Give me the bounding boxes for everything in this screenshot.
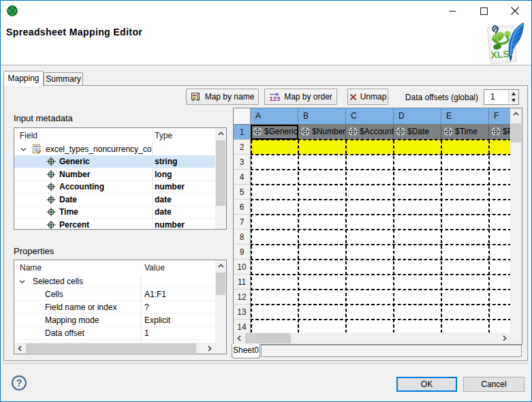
properties-vertical-scrollbar[interactable] — [215, 260, 226, 343]
tab-mapping[interactable]: Mapping — [3, 71, 44, 86]
column-header-label: E — [446, 111, 452, 121]
column-header-e[interactable]: E — [441, 108, 489, 125]
minimize-button[interactable] — [437, 1, 467, 21]
dashed-grid-line-v — [488, 140, 490, 333]
scroll-up-button[interactable] — [215, 128, 226, 140]
row-header-14[interactable]: 14 — [234, 320, 251, 333]
scrollbar-corner — [215, 343, 226, 354]
metadata-row[interactable]: Timedate — [14, 206, 215, 219]
property-row[interactable]: Mapping modeExplicit — [14, 314, 215, 327]
row-header-12[interactable]: 12 — [234, 290, 251, 305]
cancel-button[interactable]: Cancel — [463, 377, 525, 392]
row-header-6[interactable]: 6 — [234, 200, 251, 215]
xls-clover-feather-icon: XLS — [484, 20, 527, 64]
maximize-button[interactable] — [469, 1, 499, 21]
column-header-f[interactable]: F — [489, 108, 510, 125]
property-value: Explicit — [144, 315, 170, 325]
metadata-vertical-scrollbar[interactable] — [215, 128, 226, 229]
scrollbar-thumb[interactable] — [216, 140, 225, 206]
row-header-13[interactable]: 13 — [234, 305, 251, 320]
tab-summary[interactable]: Summary — [44, 72, 83, 85]
row-header-5[interactable]: 5 — [234, 185, 251, 200]
map-by-name-button[interactable]: Map by name — [186, 89, 259, 105]
page-title: Spreadsheet Mapping Editor — [6, 27, 142, 37]
grid-scrollbar-corner — [510, 333, 522, 344]
scroll-right-button[interactable] — [499, 333, 510, 344]
map-by-order-button[interactable]: 123 Map by order — [264, 89, 337, 105]
mapped-cell-label: $Date — [407, 127, 429, 136]
field-type: long — [155, 170, 172, 179]
mapped-cell-c1[interactable]: $Accounting — [346, 125, 394, 140]
row-header-2[interactable]: 2 — [234, 140, 251, 155]
spinner-buttons — [508, 91, 518, 104]
scrollbar-thumb[interactable] — [26, 343, 196, 353]
mapped-cell-b1[interactable]: $Number — [298, 125, 346, 140]
row-header-3[interactable]: 3 — [234, 155, 251, 170]
name-column-header: Name — [20, 263, 42, 273]
value-column-header: Value — [144, 263, 165, 273]
row-header-7[interactable]: 7 — [234, 215, 251, 230]
mapped-cell-f1[interactable]: $Percent — [489, 125, 510, 140]
mapped-cell-d1[interactable]: $Date — [394, 125, 441, 140]
properties-horizontal-scrollbar[interactable] — [14, 343, 215, 354]
scroll-right-button[interactable] — [204, 343, 215, 354]
collapse-chevron-icon[interactable] — [19, 279, 25, 284]
scroll-left-button[interactable] — [14, 343, 26, 354]
row-header-1[interactable]: 1 — [234, 125, 251, 140]
mapped-cell-label: $Time — [455, 127, 478, 136]
metadata-row[interactable]: Percentnumber — [14, 219, 215, 230]
tabfolder-border-right — [527, 85, 528, 361]
column-header-b[interactable]: B — [298, 108, 346, 125]
column-header-c[interactable]: C — [346, 108, 394, 125]
grid-vertical-scrollbar[interactable] — [510, 108, 522, 333]
field-name: Percent — [59, 220, 89, 230]
property-row[interactable]: CellsA1:F1 — [14, 288, 215, 301]
metadata-root-name: excel_types_noncurrency_con — [46, 144, 152, 154]
spinner-down-button[interactable] — [509, 97, 518, 104]
scroll-up-button[interactable] — [215, 260, 226, 272]
row-header-10[interactable]: 10 — [234, 260, 251, 275]
close-button[interactable] — [500, 1, 530, 21]
scroll-arrow-icon — [206, 345, 213, 352]
data-offsets-spinner[interactable]: 1 — [484, 89, 519, 105]
metadata-row[interactable]: excel_types_noncurrency_con — [14, 143, 215, 156]
dashed-grid-line-h — [251, 244, 510, 245]
grid-horizontal-scrollbar[interactable] — [234, 333, 510, 344]
ok-button[interactable]: OK — [396, 377, 457, 392]
mapped-cell-label: $Generic — [264, 127, 298, 136]
scroll-arrow-icon — [218, 131, 224, 137]
unmap-button[interactable]: Unmap — [347, 89, 388, 105]
metadata-row[interactable]: Numberlong — [14, 168, 215, 181]
column-header-a[interactable]: A — [251, 108, 298, 125]
field-name: Number — [59, 170, 90, 179]
scrollbar-thumb[interactable] — [245, 333, 291, 343]
property-row[interactable]: Field name or index? — [14, 301, 215, 314]
field-type: date — [155, 207, 172, 217]
row-header-4[interactable]: 4 — [234, 170, 251, 185]
row-header-9[interactable]: 9 — [234, 245, 251, 260]
scroll-arrow-icon — [501, 335, 507, 341]
scroll-up-button[interactable] — [510, 108, 522, 120]
spreadsheet-cells-area[interactable]: ABCDEF1234567891011121314$Generic$Number… — [234, 108, 510, 333]
mapped-cell-a1[interactable]: $Generic — [251, 125, 298, 140]
properties-header-row: Name Value — [14, 260, 226, 275]
metadata-row[interactable]: Datedate — [14, 194, 215, 206]
metadata-row[interactable]: Genericstring — [14, 155, 215, 168]
property-row[interactable]: Selected cells — [14, 275, 215, 288]
input-metadata-table: Field Type excel_types_noncurrency_conGe… — [14, 127, 227, 230]
mapped-cell-e1[interactable]: $Time — [441, 125, 489, 140]
expand-chevron-icon[interactable] — [20, 147, 27, 152]
sheet-tab[interactable]: Sheet0 — [232, 344, 260, 358]
field-type: number — [155, 182, 185, 191]
property-row[interactable]: Data offset1 — [14, 327, 215, 340]
row-header-8[interactable]: 8 — [234, 230, 251, 245]
metadata-row[interactable]: Accountingnumber — [14, 181, 215, 194]
scrollbar-thumb[interactable] — [216, 273, 225, 295]
scroll-arrow-icon — [236, 335, 242, 341]
row-header-11[interactable]: 11 — [234, 275, 251, 290]
help-button[interactable]: ? — [12, 375, 27, 390]
column-header-d[interactable]: D — [394, 108, 441, 125]
scrollbar-thumb[interactable] — [511, 123, 521, 142]
dashed-grid-line-v — [393, 140, 394, 333]
scroll-left-button[interactable] — [234, 333, 245, 344]
